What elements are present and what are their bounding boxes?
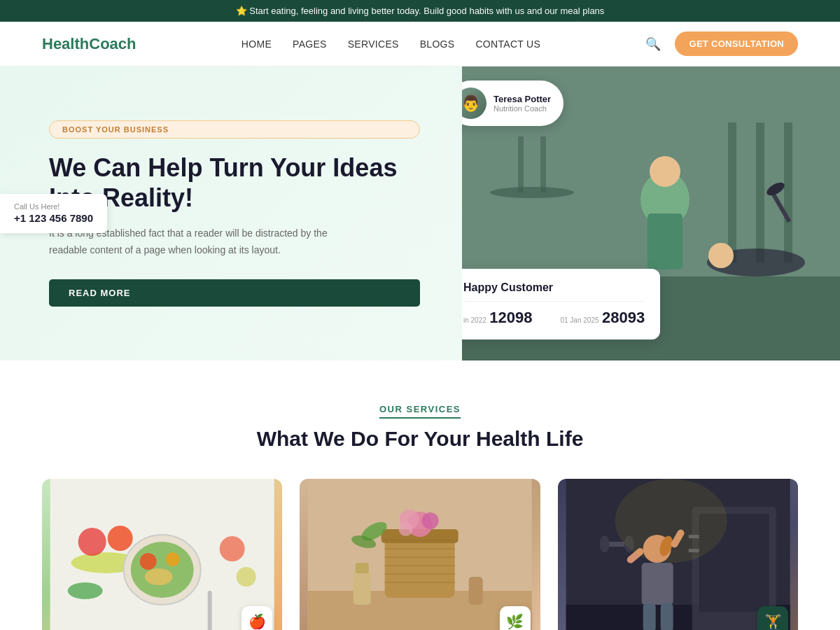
service-image-treatment: 🌿 [300,479,540,630]
svg-rect-7 [784,122,792,262]
treatment-icon-emoji: 🌿 [506,613,524,630]
call-number: +1 123 456 7890 [14,212,93,224]
profile-card: 👨 Teresa Potter Nutrition Coach [462,80,564,126]
nav-pages[interactable]: PAGES [293,38,327,50]
top-banner: ⭐ Start eating, feeling and living bette… [0,0,840,22]
hero-section: Call Us Here! +1 123 456 7890 BOOST YOUR… [0,66,840,360]
workout-icon-emoji: 🏋 [764,613,782,630]
diet-icon-emoji: 🍎 [248,613,266,630]
profile-name: Teresa Potter [493,94,551,104]
svg-point-18 [108,526,133,551]
svg-point-59 [599,536,609,552]
services-section-label: OUR SERVICES [379,404,461,419]
hc-stat-2025: 01 Jan 2025 28093 [560,309,645,327]
navbar: HealthCoach HOME PAGES SERVICES BLOGS CO… [0,22,840,66]
hc-stat2-label: 01 Jan 2025 [560,316,598,324]
read-more-button[interactable]: READ MORE [49,279,420,307]
svg-rect-62 [660,603,673,630]
svg-point-63 [615,479,727,563]
svg-rect-5 [728,122,736,262]
svg-rect-10 [648,214,682,270]
svg-point-12 [708,243,734,268]
svg-rect-42 [354,570,371,605]
svg-point-9 [650,156,680,187]
hc-stat-2022: in 2022 12098 [463,309,532,327]
logo-part1: Health [42,35,89,52]
svg-point-27 [237,567,256,587]
nav-links: HOME PAGES SERVICES BLOGS CONTACT US [241,38,540,50]
svg-rect-4 [540,136,546,192]
service-diet-icon: 🍎 [241,606,272,630]
logo-part2: Coach [89,35,136,52]
hc-stats: in 2022 12098 01 Jan 2025 28093 [463,309,645,327]
service-image-workout: 🏋 [558,479,798,630]
service-image-diet: 🍎 [42,479,282,630]
nav-services[interactable]: SERVICES [348,38,399,50]
services-grid: 🍎 Diet Sports Nutrition [42,479,798,630]
svg-point-26 [220,536,245,561]
call-us-container: Call Us Here! +1 123 456 7890 [0,194,107,233]
services-header: OUR SERVICES What We Do For Your Health … [42,402,798,451]
hero-right: 👨 Teresa Potter Nutrition Coach [462,66,840,360]
services-section-title: What We Do For Your Health Life [42,427,798,451]
service-treatment-icon: 🌿 [500,606,531,630]
nav-home[interactable]: HOME [241,38,272,50]
service-workout-icon: 🏋 [757,606,788,630]
nav-right: 🔍 GET CONSULTATION [645,31,798,56]
banner-star-icon: ⭐ [236,6,247,16]
svg-point-41 [399,522,413,536]
hc-stat2-value: 28093 [602,309,645,326]
happy-customer-card: Happy Customer in 2022 12098 01 Jan 2025… [462,269,660,340]
svg-rect-30 [385,535,455,598]
banner-text: Start eating, feeling and living better … [249,6,604,16]
svg-point-2 [490,187,574,198]
nav-blogs[interactable]: BLOGS [420,38,455,50]
avatar: 👨 [462,88,486,119]
svg-rect-3 [518,136,524,192]
svg-point-17 [78,528,106,556]
boost-badge: BOOST YOUR BUSINESS [49,120,420,139]
services-section: OUR SERVICES What We Do For Your Health … [0,360,840,630]
svg-rect-24 [208,591,212,630]
svg-point-23 [145,568,173,585]
call-us-box: Call Us Here! +1 123 456 7890 [0,194,107,233]
consultation-button[interactable]: GET CONSULTATION [675,31,798,56]
hc-stat1-value: 12098 [489,309,532,326]
svg-rect-44 [469,577,483,605]
svg-rect-43 [356,563,369,573]
profile-role: Nutrition Coach [493,104,551,113]
svg-point-40 [422,512,439,529]
search-icon[interactable]: 🔍 [645,36,661,52]
call-label: Call Us Here! [14,202,93,211]
svg-point-22 [166,552,180,566]
service-card-workout: 🏋 Workout Workout Routine [558,479,798,630]
svg-rect-61 [643,603,655,630]
svg-point-21 [140,553,157,570]
svg-point-25 [68,582,103,599]
happy-customer-title: Happy Customer [463,281,645,294]
logo[interactable]: HealthCoach [42,35,136,53]
svg-rect-6 [756,122,764,262]
avatar-emoji: 👨 [462,94,480,113]
service-card-diet: 🍎 Diet Sports Nutrition [42,479,282,630]
nav-contact[interactable]: CONTACT US [475,38,540,50]
svg-rect-55 [641,563,673,605]
service-card-treatment: 🌿 Treatment Ayurvedic Treatment [300,479,540,630]
hero-left: Call Us Here! +1 123 456 7890 BOOST YOUR… [0,66,462,360]
profile-info: Teresa Potter Nutrition Coach [493,94,551,113]
hc-stat1-label: in 2022 [463,316,486,324]
